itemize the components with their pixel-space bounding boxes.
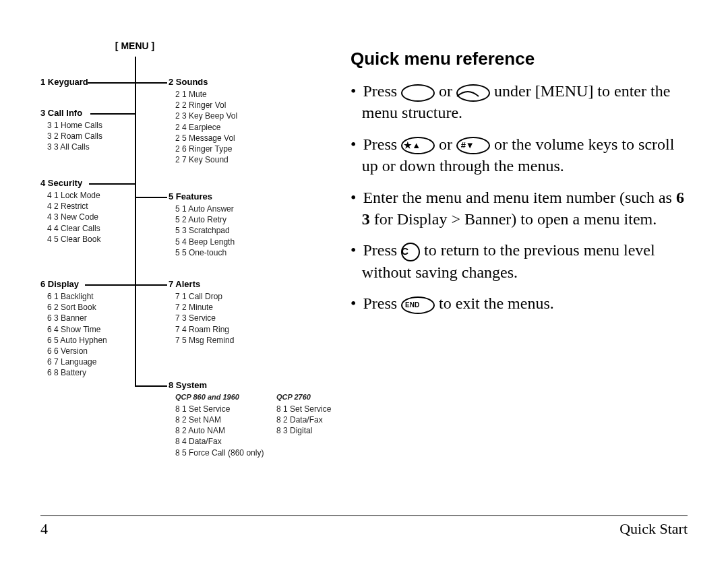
menu-1-keyguard: 1 Keyguard — [40, 77, 88, 87]
softkey-arc-icon — [456, 84, 490, 102]
menu-4-items: 4 1 Lock Mode 4 2 Restrict 4 3 New Code … — [47, 190, 100, 245]
menu-7-items: 7 1 Call Drop 7 2 Minute 7 3 Service 7 4… — [175, 291, 234, 346]
page-footer: 4 Quick Start — [40, 516, 688, 538]
softkey-flat-icon — [401, 84, 435, 102]
menu-6-display: 6 Display — [40, 279, 79, 289]
instructions-column: Quick menu reference Press or under [MEN… — [351, 40, 688, 512]
menu-7-alerts: 7 Alerts — [169, 279, 200, 289]
menu-8-system: 8 System — [169, 380, 207, 390]
end-key-icon: END — [401, 296, 435, 314]
menu-3-items: 3 1 Home Calls 3 2 Roam Calls 3 3 All Ca… — [47, 120, 102, 153]
instruction-2: Press ★▲ or #▼ or the volume keys to scr… — [351, 133, 688, 177]
menu-5-items: 5 1 Auto Answer 5 2 Auto Retry 5 3 Scrat… — [175, 204, 235, 258]
menu-2-sounds: 2 Sounds — [169, 77, 208, 87]
menu-4-security: 4 Security — [40, 178, 82, 188]
instruction-3: Enter the menu and menu item number (suc… — [351, 187, 688, 230]
instruction-5: Press END to exit the menus. — [351, 292, 688, 314]
instruction-1: Press or under [MENU] to enter the menu … — [351, 80, 688, 124]
menu-8-items-b: QCP 2760 8 1 Set Service 8 2 Data/Fax 8 … — [276, 392, 331, 436]
menu-6-items: 6 1 Backlight 6 2 Sort Book 6 3 Banner 6… — [47, 291, 107, 379]
menu-2-items: 2 1 Mute 2 2 Ringer Vol 2 3 Key Beep Vol… — [175, 89, 237, 165]
menu-8-items-a: QCP 860 and 1960 8 1 Set Service 8 2 Set… — [175, 392, 264, 458]
menu-5-features: 5 Features — [169, 191, 212, 201]
menu-3-callinfo: 3 Call Info — [40, 108, 82, 118]
star-up-key-icon: ★▲ — [401, 137, 435, 154]
footer-section: Quick Start — [619, 520, 688, 538]
menu-tree-diagram: [ MENU ] 1 Keyguard 2 Sounds 2 1 Mute 2 … — [40, 40, 297, 512]
c-key-icon: C — [401, 243, 420, 261]
hash-down-key-icon: #▼ — [456, 137, 490, 154]
instruction-4: Press C to return to the previous menu l… — [351, 239, 688, 283]
page-number: 4 — [40, 520, 48, 538]
page-title: Quick menu reference — [351, 47, 688, 71]
menu-root-label: [ MENU ] — [115, 40, 155, 51]
